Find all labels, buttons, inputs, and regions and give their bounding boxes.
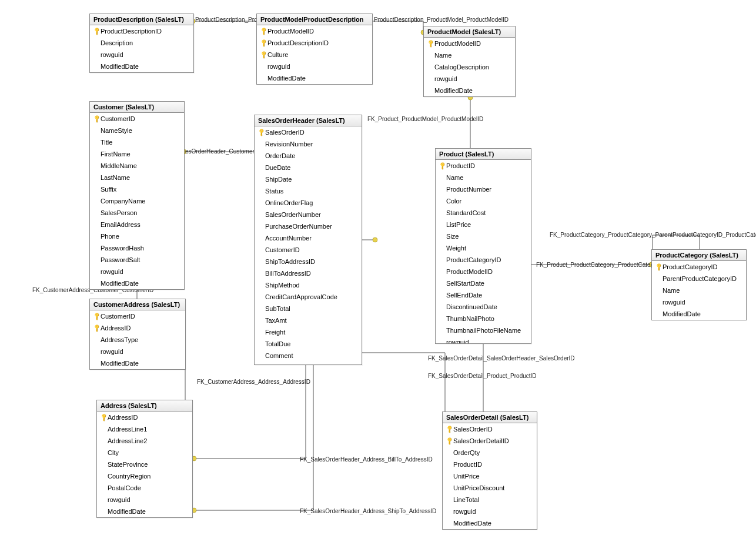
table-productmodel[interactable]: ProductModel (SalesLT)🔑ProductModelIDNam… [423, 26, 516, 97]
table-header[interactable]: Product (SalesLT) [436, 149, 531, 160]
column-row[interactable]: ListPrice [436, 219, 531, 230]
table-salesorderdetail[interactable]: SalesOrderDetail (SalesLT)🔑SalesOrderID🔑… [442, 411, 537, 530]
column-row[interactable]: TaxAmt [255, 315, 362, 326]
column-row[interactable]: TotalDue [255, 338, 362, 350]
column-row[interactable]: 🔑SalesOrderDetailID [443, 435, 537, 447]
table-header[interactable]: SalesOrderDetail (SalesLT) [443, 412, 537, 423]
column-row[interactable]: SellEndDate [436, 289, 531, 301]
column-row[interactable]: CreditCardApprovalCode [255, 291, 362, 303]
column-row[interactable]: RevisionNumber [255, 138, 362, 150]
column-row[interactable]: rowguid [90, 266, 184, 277]
table-productdescription[interactable]: ProductDescription (SalesLT)🔑ProductDesc… [89, 14, 194, 73]
table-header[interactable]: ProductModelProductDescription [257, 14, 372, 25]
column-row[interactable]: MiddleName [90, 160, 184, 172]
column-row[interactable]: CatalogDescription [424, 61, 515, 73]
column-row[interactable]: AddressType [90, 334, 185, 346]
table-salesorderheader[interactable]: SalesOrderHeader (SalesLT)🔑SalesOrderIDR… [254, 115, 362, 365]
column-row[interactable]: ShipToAddressID [255, 256, 362, 267]
column-row[interactable]: rowguid [90, 346, 185, 357]
column-row[interactable]: rowguid [90, 49, 193, 61]
column-row[interactable]: ModifiedDate [443, 517, 537, 529]
column-row[interactable]: AddressLine2 [97, 435, 192, 447]
column-row[interactable]: Name [436, 172, 531, 183]
column-row[interactable]: PurchaseOrderNumber [255, 220, 362, 232]
column-row[interactable]: 🔑ProductCategoryID [652, 261, 746, 273]
column-row[interactable]: OrderQty [443, 447, 537, 459]
column-row[interactable]: DueDate [255, 162, 362, 173]
column-row[interactable]: ProductNumber [436, 183, 531, 195]
column-row[interactable]: 🔑SalesOrderID [443, 423, 537, 435]
column-row[interactable]: ThumbnailPhotoFileName [436, 324, 531, 336]
column-row[interactable]: rowguid [443, 506, 537, 517]
column-row[interactable]: ProductModelID [436, 266, 531, 277]
table-header[interactable]: ProductCategory (SalesLT) [652, 250, 746, 261]
column-row[interactable]: UnitPrice [443, 470, 537, 482]
column-row[interactable]: EmailAddress [90, 219, 184, 230]
table-header[interactable]: SalesOrderHeader (SalesLT) [255, 115, 362, 126]
column-row[interactable]: ModifiedDate [90, 277, 184, 289]
column-row[interactable]: SubTotal [255, 303, 362, 315]
column-row[interactable]: Size [436, 230, 531, 242]
column-row[interactable]: Description [90, 37, 193, 49]
column-row[interactable]: OrderDate [255, 150, 362, 162]
column-row[interactable]: 🔑ProductID [436, 160, 531, 172]
column-row[interactable]: OnlineOrderFlag [255, 197, 362, 209]
column-row[interactable]: ThumbNailPhoto [436, 313, 531, 324]
column-row[interactable]: 🔑CustomerID [90, 113, 184, 125]
column-row[interactable]: LastName [90, 172, 184, 183]
column-row[interactable]: rowguid [424, 73, 515, 85]
column-row[interactable]: 🔑ProductModelID [424, 38, 515, 49]
column-row[interactable]: CustomerID [255, 244, 362, 256]
column-row[interactable]: Name [652, 285, 746, 296]
table-header[interactable]: ProductModel (SalesLT) [424, 26, 515, 38]
column-row[interactable]: 🔑ProductDescriptionID [257, 37, 372, 49]
column-row[interactable]: ModifiedDate [652, 308, 746, 320]
column-row[interactable]: ModifiedDate [97, 506, 192, 517]
column-row[interactable]: rowguid [652, 296, 746, 308]
table-productmodelproductdescription[interactable]: ProductModelProductDescription🔑ProductMo… [256, 14, 373, 85]
column-row[interactable]: 🔑ProductDescriptionID [90, 25, 193, 37]
column-row[interactable]: SalesPerson [90, 207, 184, 219]
table-header[interactable]: Address (SalesLT) [97, 400, 192, 411]
column-row[interactable]: 🔑ProductModelID [257, 25, 372, 37]
column-row[interactable]: ModifiedDate [424, 85, 515, 96]
column-row[interactable]: StandardCost [436, 207, 531, 219]
table-customer[interactable]: Customer (SalesLT)🔑CustomerIDNameStyleTi… [89, 101, 185, 290]
column-row[interactable]: Comment [255, 350, 362, 362]
column-row[interactable]: LineTotal [443, 494, 537, 506]
column-row[interactable]: PasswordSalt [90, 254, 184, 266]
column-row[interactable]: SellStartDate [436, 277, 531, 289]
table-product[interactable]: Product (SalesLT)🔑ProductIDNameProductNu… [435, 148, 531, 344]
column-row[interactable]: ParentProductCategoryID [652, 273, 746, 285]
column-row[interactable]: City [97, 447, 192, 459]
column-row[interactable]: Title [90, 136, 184, 148]
table-header[interactable]: CustomerAddress (SalesLT) [90, 299, 185, 310]
column-row[interactable]: Status [255, 185, 362, 197]
column-row[interactable]: PasswordHash [90, 242, 184, 254]
table-header[interactable]: ProductDescription (SalesLT) [90, 14, 193, 25]
table-header[interactable]: Customer (SalesLT) [90, 102, 184, 113]
column-row[interactable]: ShipDate [255, 173, 362, 185]
column-row[interactable]: rowguid [255, 362, 362, 364]
table-customeraddress[interactable]: CustomerAddress (SalesLT)🔑CustomerID🔑Add… [89, 299, 186, 370]
column-row[interactable]: FirstName [90, 148, 184, 160]
table-productcategory[interactable]: ProductCategory (SalesLT)🔑ProductCategor… [651, 249, 747, 320]
column-row[interactable]: rowguid [257, 61, 372, 72]
column-row[interactable]: PostalCode [97, 482, 192, 494]
column-row[interactable]: Color [436, 195, 531, 207]
column-row[interactable]: 🔑AddressID [90, 322, 185, 334]
column-row[interactable]: 🔑CustomerID [90, 310, 185, 322]
column-row[interactable]: BillToAddressID [255, 267, 362, 279]
column-row[interactable]: ModifiedDate [90, 357, 185, 369]
column-row[interactable]: Suffix [90, 183, 184, 195]
table-address[interactable]: Address (SalesLT)🔑AddressIDAddressLine1A… [96, 400, 193, 518]
column-row[interactable]: 🔑AddressID [97, 411, 192, 423]
column-row[interactable]: ProductCategoryID [436, 254, 531, 266]
column-row[interactable]: 🔑SalesOrderID [255, 126, 362, 138]
column-row[interactable]: Name [424, 49, 515, 61]
column-row[interactable]: ProductID [443, 459, 537, 470]
column-row[interactable]: AddressLine1 [97, 423, 192, 435]
column-row[interactable]: Phone [90, 230, 184, 242]
column-row[interactable]: rowguid [436, 336, 531, 343]
column-row[interactable]: ShipMethod [255, 279, 362, 291]
